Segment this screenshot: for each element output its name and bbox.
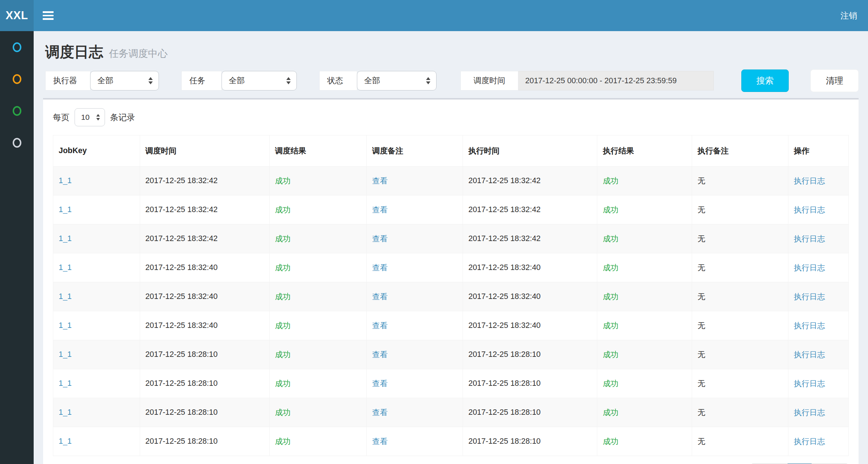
handle-result-cell: 成功	[597, 166, 692, 195]
col-header-trigger-result: 调度结果	[269, 135, 366, 166]
sidebar-item-4[interactable]	[0, 127, 34, 159]
page-subtitle: 任务调度中心	[109, 47, 168, 60]
page-size-prefix-label: 每页	[53, 112, 69, 123]
app-logo[interactable]: XXL	[0, 0, 34, 31]
handle-remark-cell: 无	[692, 398, 788, 427]
table-row: 1_1 2017-12-25 18:32:42 成功 查看 2017-12-25…	[53, 224, 849, 253]
time-filter-group: 调度时间 2017-12-25 00:00:00 - 2017-12-25 23…	[460, 71, 714, 90]
sidebar-item-3[interactable]	[0, 95, 34, 127]
jobkey-link[interactable]: 1_1	[59, 234, 72, 243]
job-select[interactable]: 全部	[222, 71, 297, 90]
trigger-result-cell: 成功	[269, 311, 366, 340]
jobkey-link[interactable]: 1_1	[59, 292, 72, 301]
trigger-time-cell: 2017-12-25 18:32:42	[140, 166, 269, 195]
handle-time-cell: 2017-12-25 18:28:10	[463, 427, 597, 456]
log-table: JobKey 调度时间 调度结果 调度备注 执行时间 执行结果 执行备注 操作 …	[53, 135, 849, 456]
col-header-handle-result: 执行结果	[597, 135, 692, 166]
jobkey-link[interactable]: 1_1	[59, 437, 72, 446]
filter-toolbar: 执行器 全部 任务 全部 状态 全部 调度时间 2017-12-25 00:	[45, 69, 859, 92]
table-row: 1_1 2017-12-25 18:32:40 成功 查看 2017-12-25…	[53, 253, 849, 282]
table-body: 1_1 2017-12-25 18:32:42 成功 查看 2017-12-25…	[53, 166, 849, 456]
executor-select[interactable]: 全部	[90, 71, 159, 90]
circle-outline-icon	[13, 138, 21, 148]
handle-result-cell: 成功	[597, 224, 692, 253]
handle-remark-cell: 无	[692, 166, 788, 195]
logout-link[interactable]: 注销	[830, 0, 868, 31]
trigger-remark-link[interactable]: 查看	[372, 379, 388, 388]
handle-result-cell: 成功	[597, 282, 692, 311]
handle-remark-cell: 无	[692, 224, 788, 253]
jobkey-link[interactable]: 1_1	[59, 350, 72, 359]
handle-time-cell: 2017-12-25 18:28:10	[463, 340, 597, 369]
execution-log-link[interactable]: 执行日志	[794, 408, 825, 417]
job-filter-group: 任务 全部	[181, 71, 297, 90]
handle-remark-cell: 无	[692, 253, 788, 282]
handle-remark-cell: 无	[692, 282, 788, 311]
handle-remark-cell: 无	[692, 340, 788, 369]
trigger-result-cell: 成功	[269, 398, 366, 427]
col-header-action: 操作	[788, 135, 848, 166]
jobkey-link[interactable]: 1_1	[59, 408, 72, 417]
col-header-trigger-time: 调度时间	[140, 135, 269, 166]
handle-time-cell: 2017-12-25 18:32:40	[463, 311, 597, 340]
trigger-time-cell: 2017-12-25 18:32:40	[140, 253, 269, 282]
clear-button[interactable]: 清理	[810, 69, 859, 92]
handle-time-cell: 2017-12-25 18:32:42	[463, 195, 597, 224]
trigger-remark-link[interactable]: 查看	[372, 177, 388, 185]
trigger-remark-link[interactable]: 查看	[372, 321, 388, 330]
jobkey-link[interactable]: 1_1	[59, 263, 72, 272]
handle-result-cell: 成功	[597, 427, 692, 456]
trigger-result-cell: 成功	[269, 224, 366, 253]
execution-log-link[interactable]: 执行日志	[794, 350, 825, 359]
trigger-remark-link[interactable]: 查看	[372, 292, 388, 301]
execution-log-link[interactable]: 执行日志	[794, 437, 825, 446]
select-arrows-icon	[148, 77, 153, 84]
table-row: 1_1 2017-12-25 18:32:42 成功 查看 2017-12-25…	[53, 195, 849, 224]
handle-time-cell: 2017-12-25 18:32:40	[463, 253, 597, 282]
sidebar-toggle-icon[interactable]	[34, 0, 63, 31]
jobkey-link[interactable]: 1_1	[59, 205, 72, 214]
circle-outline-icon	[13, 42, 21, 52]
trigger-remark-link[interactable]: 查看	[372, 206, 388, 214]
search-button[interactable]: 搜索	[741, 69, 789, 92]
trigger-remark-link[interactable]: 查看	[372, 437, 388, 446]
execution-log-link[interactable]: 执行日志	[794, 235, 825, 243]
time-range-input[interactable]: 2017-12-25 00:00:00 - 2017-12-25 23:59:5…	[518, 71, 714, 90]
handle-result-cell: 成功	[597, 253, 692, 282]
jobkey-link[interactable]: 1_1	[59, 176, 72, 185]
page-size-select[interactable]: 10	[75, 108, 105, 126]
jobkey-link[interactable]: 1_1	[59, 321, 72, 330]
status-select-value: 全部	[364, 75, 380, 86]
trigger-remark-link[interactable]: 查看	[372, 350, 388, 359]
sidebar-item-2[interactable]	[0, 63, 34, 95]
col-header-handle-time: 执行时间	[463, 135, 597, 166]
sidebar-item-1[interactable]	[0, 31, 34, 63]
trigger-time-cell: 2017-12-25 18:32:42	[140, 224, 269, 253]
execution-log-link[interactable]: 执行日志	[794, 206, 825, 214]
trigger-time-cell: 2017-12-25 18:28:10	[140, 427, 269, 456]
status-select[interactable]: 全部	[357, 71, 437, 90]
executor-filter-label: 执行器	[45, 71, 90, 90]
content-header: 调度日志 任务调度中心	[43, 31, 859, 67]
execution-log-link[interactable]: 执行日志	[794, 292, 825, 301]
trigger-time-cell: 2017-12-25 18:28:10	[140, 340, 269, 369]
trigger-remark-link[interactable]: 查看	[372, 263, 388, 272]
table-header-row: JobKey 调度时间 调度结果 调度备注 执行时间 执行结果 执行备注 操作	[53, 135, 849, 166]
executor-select-value: 全部	[97, 75, 113, 86]
trigger-time-cell: 2017-12-25 18:32:40	[140, 311, 269, 340]
handle-time-cell: 2017-12-25 18:28:10	[463, 369, 597, 398]
execution-log-link[interactable]: 执行日志	[794, 177, 825, 185]
trigger-remark-link[interactable]: 查看	[372, 408, 388, 417]
handle-remark-cell: 无	[692, 311, 788, 340]
trigger-remark-link[interactable]: 查看	[372, 235, 388, 243]
select-arrows-icon	[426, 77, 430, 84]
executor-filter-group: 执行器 全部	[45, 71, 159, 90]
handle-result-cell: 成功	[597, 369, 692, 398]
jobkey-link[interactable]: 1_1	[59, 379, 72, 388]
job-select-value: 全部	[229, 75, 245, 86]
execution-log-link[interactable]: 执行日志	[794, 379, 825, 388]
execution-log-link[interactable]: 执行日志	[794, 263, 825, 272]
handle-result-cell: 成功	[597, 195, 692, 224]
execution-log-link[interactable]: 执行日志	[794, 321, 825, 330]
status-filter-label: 状态	[319, 71, 357, 90]
